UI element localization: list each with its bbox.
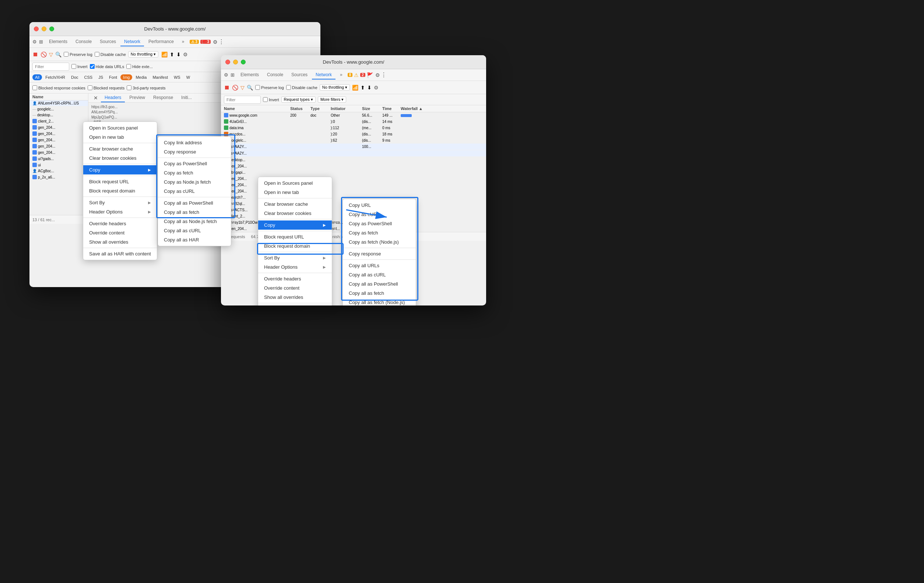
gear-icon-2[interactable]: ⚙: [375, 72, 380, 78]
gear-icon-1[interactable]: ⚙: [213, 39, 218, 45]
tab-console-2[interactable]: Console: [263, 71, 287, 79]
preserve-log-2[interactable]: Preserve log: [255, 85, 284, 90]
settings-icon-2[interactable]: ⚙: [374, 85, 379, 91]
net-row-w9[interactable]: gen_204...: [221, 163, 486, 169]
net-row-4[interactable]: client_2...: [30, 118, 88, 124]
sub-copy-curl-1[interactable]: Copy as cURL: [158, 187, 231, 196]
ctx-clear-cache-1[interactable]: Clear browser cache: [83, 144, 157, 153]
throttle-select-1[interactable]: No throttling ▾: [128, 51, 158, 58]
ctx-block-domain-1[interactable]: Block request domain: [83, 186, 157, 196]
search-btn-1[interactable]: 🔍: [55, 51, 61, 58]
sub-copy-ps-2[interactable]: Copy as PowerShell: [343, 219, 416, 228]
upload-icon-2[interactable]: ⬆: [361, 85, 365, 91]
tab-elements-2[interactable]: Elements: [237, 71, 262, 79]
ctx-copy-1[interactable]: Copy ▶: [83, 165, 157, 175]
invert-checkbox-1[interactable]: Invert: [71, 64, 87, 69]
sub-copy-node-1[interactable]: Copy as Node.js fetch: [158, 178, 231, 187]
type-doc-1[interactable]: Doc: [69, 74, 81, 80]
blocked-cookies-cb-1[interactable]: [32, 86, 37, 90]
context-menu-2[interactable]: Open in Sources panel Open in new tab Cl…: [258, 177, 332, 305]
net-row-11[interactable]: ui: [30, 162, 88, 168]
sub-copy-response-2[interactable]: Copy response: [343, 249, 416, 259]
net-row-13[interactable]: p_2x_a6...: [30, 174, 88, 180]
net-row-w6[interactable]: rs=AA2Y... 100...: [221, 143, 486, 150]
ctx-block-url-1[interactable]: Block request URL: [83, 177, 157, 186]
disable-cache-1[interactable]: Disable cache: [95, 52, 126, 57]
sub-copy-response-1[interactable]: Copy response: [158, 147, 231, 156]
blocked-req-1[interactable]: Blocked requests: [87, 86, 124, 90]
net-row-2[interactable]: — googlelc...: [30, 106, 88, 112]
net-row-10[interactable]: ui?gads...: [30, 156, 88, 162]
net-row-6[interactable]: gen_204...: [30, 131, 88, 137]
filter-btn-1[interactable]: ▽: [49, 51, 53, 58]
submenu-2[interactable]: Copy URL Copy as cURL Copy as PowerShell…: [343, 199, 416, 305]
sub-copy-link-1[interactable]: Copy link address: [158, 138, 231, 147]
net-row-7[interactable]: gen_204...: [30, 137, 88, 143]
net-row-8[interactable]: gen_204...: [30, 143, 88, 150]
net-row-5[interactable]: gen_204...: [30, 124, 88, 131]
sub-copy-fetch-2[interactable]: Copy as fetch: [343, 228, 416, 237]
settings-icon-1[interactable]: ⚙: [183, 51, 188, 58]
ctx-clear-cookies-1[interactable]: Clear browser cookies: [83, 153, 157, 163]
panel-tab-init-1[interactable]: Initi...: [178, 94, 196, 102]
ctx-override-headers-1[interactable]: Override headers: [83, 219, 157, 228]
hide-data-urls-1[interactable]: Hide data URLs: [90, 64, 124, 69]
tab-performance-1[interactable]: Performance: [145, 38, 178, 46]
blocked-cookies-1[interactable]: Blocked response cookies: [32, 86, 86, 90]
ctx-show-overrides-1[interactable]: Show all overrides: [83, 237, 157, 247]
invert-cb-2[interactable]: [263, 97, 268, 102]
filter-btn-2[interactable]: ▽: [241, 85, 244, 91]
download-icon-1[interactable]: ⬇: [177, 51, 181, 58]
net-row-w7[interactable]: rs=AA2Y...: [221, 150, 486, 157]
more-icon-1[interactable]: ⋮: [218, 38, 224, 45]
ctx-header-opts-2[interactable]: Header Options ▶: [258, 262, 332, 272]
minimize-button-2[interactable]: [233, 59, 238, 64]
type-xhr-1[interactable]: Fetch/XHR: [43, 74, 68, 80]
net-row-w3[interactable]: data:ima ):112 (me... 0 ms: [221, 125, 486, 131]
close-button-1[interactable]: [34, 26, 39, 31]
ctx-copy-2[interactable]: Copy ▶: [258, 221, 332, 230]
disable-cache-cb-2[interactable]: [286, 85, 291, 90]
stop-btn-2[interactable]: ⏹: [224, 84, 230, 91]
sub-copy-all-urls-2[interactable]: Copy all URLs: [343, 261, 416, 270]
tab-more-2[interactable]: »: [336, 71, 346, 79]
sub-copy-ps-1[interactable]: Copy as PowerShell: [158, 159, 231, 168]
tab-console-1[interactable]: Console: [72, 38, 96, 46]
net-row-9[interactable]: gen_204...: [30, 150, 88, 156]
sub-copy-fetch-node-2[interactable]: Copy as fetch (Node.js): [343, 237, 416, 247]
sub-copy-all-curl-2[interactable]: Copy all as cURL: [343, 270, 416, 279]
type-css-1[interactable]: CSS: [82, 74, 96, 80]
sub-copy-all-fetch-2[interactable]: Copy all as fetch: [343, 288, 416, 298]
net-row-12[interactable]: 👤 ACg8oc...: [30, 168, 88, 174]
sub-copy-all-curl-1[interactable]: Copy all as cURL: [158, 226, 231, 235]
stop-btn-1[interactable]: ⏹: [32, 51, 38, 58]
preserve-log-1[interactable]: Preserve log: [64, 52, 92, 57]
sub-copy-fetch-1[interactable]: Copy as fetch: [158, 168, 231, 178]
ctx-header-opts-1[interactable]: Header Options ▶: [83, 207, 157, 216]
type-manifest-1[interactable]: Manifest: [150, 74, 170, 80]
ctx-open-tab-1[interactable]: Open in new tab: [83, 132, 157, 142]
tab-more-1[interactable]: »: [178, 38, 188, 46]
net-row-w4[interactable]: m=cdos... ):20 (dis... 18 ms: [221, 131, 486, 137]
type-font-1[interactable]: Font: [106, 74, 120, 80]
type-w-1[interactable]: W: [184, 74, 193, 80]
blocked-req-cb-1[interactable]: [87, 86, 92, 90]
panel-tab-preview-1[interactable]: Preview: [125, 94, 149, 102]
tab-elements-1[interactable]: Elements: [45, 38, 71, 46]
tab-network-2[interactable]: Network: [312, 71, 335, 79]
third-party-1[interactable]: 3rd-party requests: [127, 86, 165, 90]
filter-input-1[interactable]: [32, 63, 69, 71]
net-row-w2[interactable]: 4UaGrEI... ):0 (dis... 14 ms: [221, 119, 486, 125]
ctx-save-har-1[interactable]: Save all as HAR with content: [83, 249, 157, 259]
maximize-button-1[interactable]: [50, 26, 54, 31]
ctx-clear-cache-2[interactable]: Clear browser cache: [258, 199, 332, 209]
sub-copy-all-fetch-1[interactable]: Copy all as fetch: [158, 208, 231, 217]
ctx-override-headers-2[interactable]: Override headers: [258, 274, 332, 283]
type-all-1[interactable]: All: [32, 74, 42, 80]
close-panel-btn-1[interactable]: ✕: [91, 94, 100, 102]
clear-btn-1[interactable]: 🚫: [41, 51, 47, 58]
net-row-w5[interactable]: googlelc... ):62 (dis... 9 ms: [221, 137, 486, 143]
ctx-block-url-2[interactable]: Block request URL: [258, 232, 332, 241]
sub-copy-all-fetch-node-2[interactable]: Copy all as fetch (Node.js): [343, 298, 416, 305]
ctx-override-content-2[interactable]: Override content: [258, 283, 332, 293]
